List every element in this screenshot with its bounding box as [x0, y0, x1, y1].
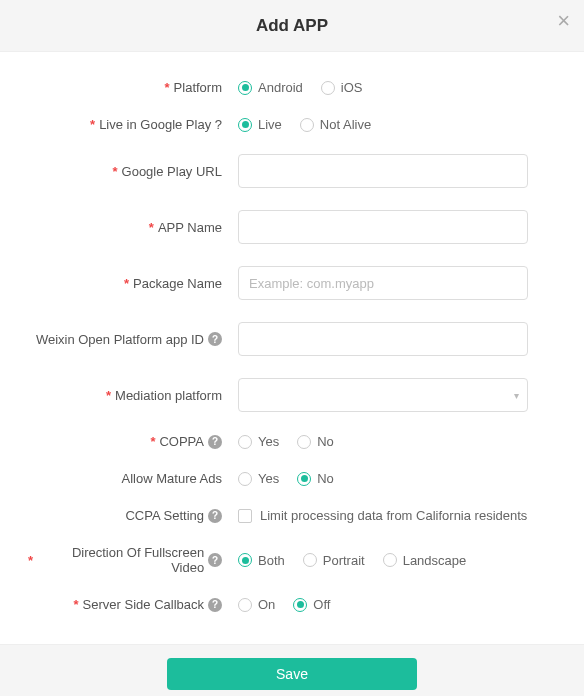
radio-icon: [303, 553, 317, 567]
radio-icon: [293, 598, 307, 612]
field-live-google: Live Not Alive: [238, 117, 556, 132]
label-mediation: * Mediation platform: [28, 388, 238, 403]
field-package-name: [238, 266, 556, 300]
radio-not-alive[interactable]: Not Alive: [300, 117, 371, 132]
label-text: Allow Mature Ads: [122, 471, 222, 486]
radio-icon: [238, 553, 252, 567]
radio-icon: [383, 553, 397, 567]
field-mediation: ▾: [238, 378, 556, 412]
row-platform: * Platform Android iOS: [28, 80, 556, 95]
radio-label: Yes: [258, 471, 279, 486]
radio-icon: [321, 81, 335, 95]
radio-label: Landscape: [403, 553, 467, 568]
radio-label: No: [317, 471, 334, 486]
radio-icon: [238, 472, 252, 486]
radio-label: Live: [258, 117, 282, 132]
required-mark: *: [149, 220, 154, 235]
row-weixin-id: Weixin Open Platform app ID ?: [28, 322, 556, 356]
help-icon[interactable]: ?: [208, 553, 222, 567]
radio-ios[interactable]: iOS: [321, 80, 363, 95]
field-coppa: Yes No: [238, 434, 556, 449]
row-mature-ads: Allow Mature Ads Yes No: [28, 471, 556, 486]
radio-label: Not Alive: [320, 117, 371, 132]
help-icon[interactable]: ?: [208, 435, 222, 449]
google-play-url-input[interactable]: [238, 154, 528, 188]
label-text: Live in Google Play ?: [99, 117, 222, 132]
field-app-name: [238, 210, 556, 244]
form-body: * Platform Android iOS * Live in Google …: [0, 52, 584, 644]
weixin-id-input[interactable]: [238, 322, 528, 356]
close-icon[interactable]: ×: [557, 10, 570, 32]
required-mark: *: [28, 553, 33, 568]
label-text: APP Name: [158, 220, 222, 235]
row-mediation: * Mediation platform ▾: [28, 378, 556, 412]
radio-callback-on[interactable]: On: [238, 597, 275, 612]
row-coppa: * COPPA ? Yes No: [28, 434, 556, 449]
required-mark: *: [106, 388, 111, 403]
radio-icon: [300, 118, 314, 132]
radio-coppa-no[interactable]: No: [297, 434, 334, 449]
field-weixin-id: [238, 322, 556, 356]
radio-coppa-yes[interactable]: Yes: [238, 434, 279, 449]
chevron-down-icon: ▾: [514, 390, 519, 401]
radio-label: Portrait: [323, 553, 365, 568]
label-text: COPPA: [159, 434, 204, 449]
radio-dir-both[interactable]: Both: [238, 553, 285, 568]
required-mark: *: [90, 117, 95, 132]
radio-label: iOS: [341, 80, 363, 95]
label-text: Mediation platform: [115, 388, 222, 403]
radio-icon: [297, 472, 311, 486]
label-weixin-id: Weixin Open Platform app ID ?: [28, 332, 238, 347]
radio-android[interactable]: Android: [238, 80, 303, 95]
radio-dir-landscape[interactable]: Landscape: [383, 553, 467, 568]
radio-live[interactable]: Live: [238, 117, 282, 132]
required-mark: *: [150, 434, 155, 449]
radio-mature-yes[interactable]: Yes: [238, 471, 279, 486]
radio-label: On: [258, 597, 275, 612]
app-name-input[interactable]: [238, 210, 528, 244]
label-mature-ads: Allow Mature Ads: [28, 471, 238, 486]
package-name-input[interactable]: [238, 266, 528, 300]
required-mark: *: [165, 80, 170, 95]
radio-label: No: [317, 434, 334, 449]
label-platform: * Platform: [28, 80, 238, 95]
help-icon[interactable]: ?: [208, 598, 222, 612]
field-mature-ads: Yes No: [238, 471, 556, 486]
checkbox-label: Limit processing data from California re…: [260, 508, 527, 523]
label-text: Package Name: [133, 276, 222, 291]
save-button[interactable]: Save: [167, 658, 417, 690]
radio-label: Android: [258, 80, 303, 95]
radio-icon: [238, 598, 252, 612]
field-direction: Both Portrait Landscape: [238, 553, 556, 568]
label-coppa: * COPPA ?: [28, 434, 238, 449]
label-text: CCPA Setting: [125, 508, 204, 523]
field-callback: On Off: [238, 597, 556, 612]
required-mark: *: [112, 164, 117, 179]
mediation-select[interactable]: ▾: [238, 378, 528, 412]
field-google-url: [238, 154, 556, 188]
label-text: Platform: [174, 80, 222, 95]
row-direction: * Direction Of Fullscreen Video ? Both P…: [28, 545, 556, 575]
row-package-name: * Package Name: [28, 266, 556, 300]
radio-callback-off[interactable]: Off: [293, 597, 330, 612]
radio-icon: [238, 81, 252, 95]
modal-title: Add APP: [256, 16, 328, 36]
required-mark: *: [124, 276, 129, 291]
modal-header: Add APP ×: [0, 0, 584, 52]
radio-label: Both: [258, 553, 285, 568]
help-icon[interactable]: ?: [208, 332, 222, 346]
radio-mature-no[interactable]: No: [297, 471, 334, 486]
radio-label: Yes: [258, 434, 279, 449]
label-app-name: * APP Name: [28, 220, 238, 235]
label-text: Weixin Open Platform app ID: [36, 332, 204, 347]
label-text: Google Play URL: [122, 164, 222, 179]
label-text: Server Side Callback: [83, 597, 204, 612]
checkbox-ccpa[interactable]: Limit processing data from California re…: [238, 508, 527, 523]
label-ccpa: CCPA Setting ?: [28, 508, 238, 523]
help-icon[interactable]: ?: [208, 509, 222, 523]
radio-icon: [297, 435, 311, 449]
radio-label: Off: [313, 597, 330, 612]
radio-icon: [238, 118, 252, 132]
field-platform: Android iOS: [238, 80, 556, 95]
radio-dir-portrait[interactable]: Portrait: [303, 553, 365, 568]
